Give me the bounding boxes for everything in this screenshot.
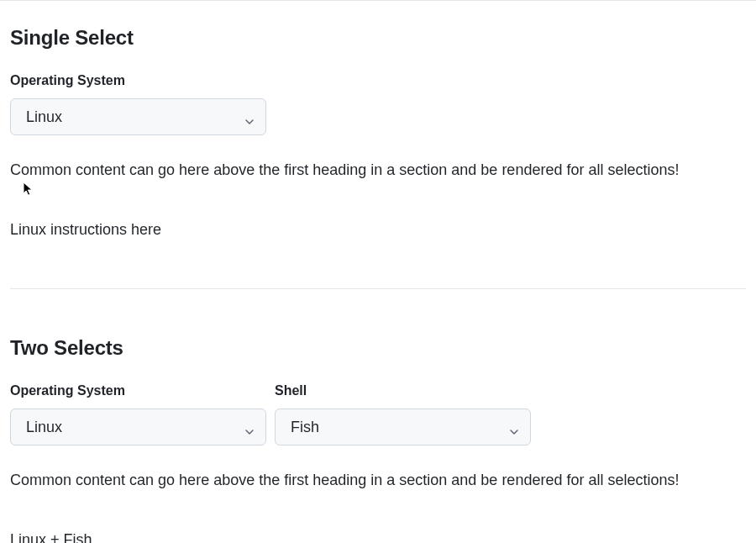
select-operating-system-2[interactable]: Linux: [10, 409, 266, 445]
result-content-2: Linux + Fish: [10, 529, 746, 543]
select-group-os-2: Operating System Linux: [10, 383, 266, 445]
select-label-os-1: Operating System: [10, 73, 266, 88]
select-shell[interactable]: Fish: [275, 409, 531, 445]
chevron-down-icon: [245, 113, 254, 121]
chevron-down-icon: [510, 423, 518, 431]
select-group-shell: Shell Fish: [275, 383, 531, 445]
select-value: Linux: [26, 108, 62, 126]
heading-single-select: Single Select: [10, 26, 746, 50]
select-label-os-2: Operating System: [10, 383, 266, 398]
select-value: Fish: [291, 419, 319, 436]
select-group-os-1: Operating System Linux: [10, 73, 266, 135]
common-content-1: Common content can go here above the fir…: [10, 159, 746, 182]
common-content-2: Common content can go here above the fir…: [10, 469, 746, 492]
section-two-selects: Two Selects Operating System Linux Shell…: [10, 336, 746, 543]
select-row-2: Operating System Linux Shell Fish: [10, 383, 746, 445]
select-value: Linux: [26, 419, 62, 436]
select-label-shell: Shell: [275, 383, 531, 398]
chevron-down-icon: [245, 423, 254, 431]
section-single-select: Single Select Operating System Linux Com…: [10, 26, 746, 289]
select-operating-system-1[interactable]: Linux: [10, 98, 266, 135]
select-row-1: Operating System Linux: [10, 73, 746, 135]
heading-two-selects: Two Selects: [10, 336, 746, 360]
result-content-1: Linux instructions here: [10, 219, 746, 241]
